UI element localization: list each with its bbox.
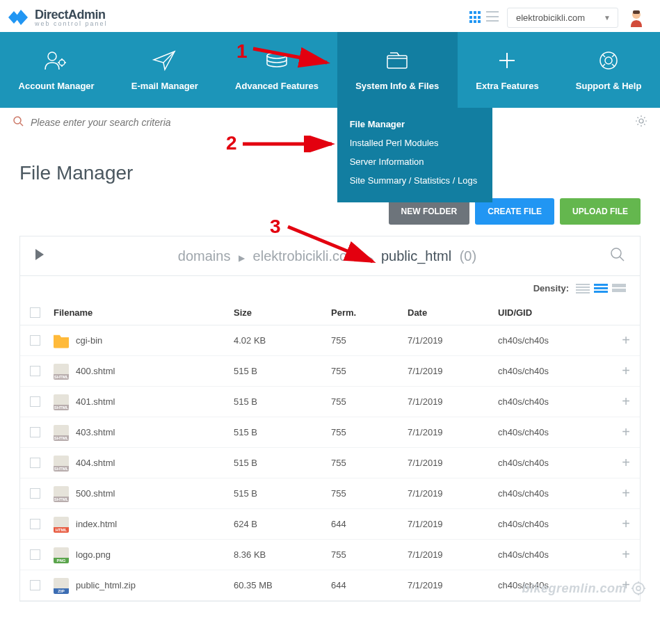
file-size: 515 B bbox=[234, 488, 331, 499]
top-bar: DirectAdmin web control panel elektrobic… bbox=[0, 0, 660, 32]
file-size: 624 B bbox=[234, 519, 331, 529]
table-body: cgi-bin4.02 KB7557/1/2019ch40s/ch40s+400… bbox=[20, 325, 640, 601]
file-name: 400.shtml bbox=[76, 366, 115, 376]
svg-point-14 bbox=[633, 583, 644, 594]
table-row[interactable]: cgi-bin4.02 KB7557/1/2019ch40s/ch40s+ bbox=[20, 325, 640, 356]
density-row: Density: bbox=[20, 275, 640, 300]
table-row[interactable]: 500.shtml515 B7557/1/2019ch40s/ch40s+ bbox=[20, 478, 640, 509]
search-input[interactable] bbox=[31, 117, 628, 128]
row-checkbox[interactable] bbox=[30, 488, 40, 499]
file-name: 403.shtml bbox=[76, 427, 115, 437]
play-icon[interactable] bbox=[34, 248, 45, 264]
svg-point-5 bbox=[59, 60, 65, 65]
logo-subtitle: web control panel bbox=[35, 21, 108, 27]
row-add-icon[interactable]: + bbox=[602, 455, 630, 471]
density-compact-icon[interactable] bbox=[576, 284, 590, 293]
list-view-icon[interactable] bbox=[486, 11, 499, 24]
density-normal-icon[interactable] bbox=[594, 284, 608, 293]
table-row[interactable]: 403.shtml515 B7557/1/2019ch40s/ch40s+ bbox=[20, 417, 640, 448]
settings-gear-icon[interactable] bbox=[635, 115, 647, 130]
select-all-checkbox[interactable] bbox=[30, 307, 40, 318]
col-header-perm[interactable]: Perm. bbox=[331, 307, 408, 318]
nav-system-info-files[interactable]: System Info & Files File Manager Install… bbox=[337, 32, 458, 108]
row-checkbox[interactable] bbox=[30, 458, 40, 468]
watermark: bikegremlin.com bbox=[522, 581, 646, 596]
nav-label: System Info & Files bbox=[344, 81, 451, 91]
svg-rect-7 bbox=[387, 56, 407, 68]
nav-advanced-features[interactable]: Advanced Features bbox=[217, 32, 337, 108]
file-name: 404.shtml bbox=[76, 458, 115, 468]
file-date: 7/1/2019 bbox=[408, 335, 498, 346]
breadcrumb-item[interactable]: elektrobicikli.com bbox=[253, 248, 359, 264]
breadcrumbs: domains ▶ elektrobicikli.com ▶ public_ht… bbox=[58, 248, 597, 264]
upload-file-button[interactable]: UPLOAD FILE bbox=[560, 198, 641, 225]
file-perm: 755 bbox=[331, 366, 408, 376]
file-size: 515 B bbox=[234, 396, 331, 407]
table-row[interactable]: 404.shtml515 B7557/1/2019ch40s/ch40s+ bbox=[20, 448, 640, 478]
nav-support-help[interactable]: Support & Help bbox=[557, 32, 660, 108]
density-icons bbox=[576, 284, 626, 293]
row-add-icon[interactable]: + bbox=[602, 485, 630, 501]
file-name: public_html.zip bbox=[76, 580, 136, 590]
page-title: File Manager bbox=[0, 137, 660, 197]
row-add-icon[interactable]: + bbox=[602, 363, 630, 379]
nav-dropdown: File Manager Installed Perl Modules Serv… bbox=[337, 108, 492, 202]
row-add-icon[interactable]: + bbox=[602, 516, 630, 532]
logo-title: DirectAdmin bbox=[35, 8, 108, 21]
density-comfy-icon[interactable] bbox=[612, 284, 626, 293]
domain-selector[interactable]: elektrobicikli.com bbox=[507, 8, 618, 28]
col-header-filename[interactable]: Filename bbox=[54, 307, 234, 318]
svg-point-15 bbox=[636, 586, 641, 590]
row-add-icon[interactable]: + bbox=[602, 394, 630, 410]
nav-account-manager[interactable]: Account Manager bbox=[0, 32, 113, 108]
col-header-uid[interactable]: UID/GID bbox=[498, 307, 602, 318]
row-checkbox[interactable] bbox=[30, 519, 40, 529]
row-add-icon[interactable]: + bbox=[602, 424, 630, 440]
user-avatar-icon[interactable] bbox=[627, 8, 646, 27]
dropdown-installed-perl[interactable]: Installed Perl Modules bbox=[337, 134, 492, 152]
breadcrumb-item[interactable]: domains bbox=[178, 248, 231, 264]
file-date: 7/1/2019 bbox=[408, 366, 498, 376]
row-checkbox[interactable] bbox=[30, 366, 40, 376]
email-manager-icon bbox=[120, 47, 209, 74]
folder-icon bbox=[54, 333, 69, 348]
row-checkbox[interactable] bbox=[30, 396, 40, 407]
table-row[interactable]: index.html624 B6447/1/2019ch40s/ch40s+ bbox=[20, 509, 640, 540]
dropdown-site-summary[interactable]: Site Summary / Statistics / Logs bbox=[337, 171, 492, 190]
file-icon bbox=[54, 486, 69, 501]
logo[interactable]: DirectAdmin web control panel bbox=[7, 7, 108, 28]
file-icon bbox=[54, 394, 69, 410]
file-uid: ch40s/ch40s bbox=[498, 458, 602, 468]
logo-text: DirectAdmin web control panel bbox=[35, 8, 108, 27]
dropdown-server-info[interactable]: Server Information bbox=[337, 152, 492, 171]
nav-label: Support & Help bbox=[564, 81, 653, 91]
dropdown-file-manager[interactable]: File Manager bbox=[337, 115, 492, 134]
nav-email-manager[interactable]: E-mail Manager bbox=[113, 32, 216, 108]
file-size: 515 B bbox=[234, 427, 331, 437]
row-add-icon[interactable]: + bbox=[602, 332, 630, 348]
col-header-size[interactable]: Size bbox=[234, 307, 331, 318]
row-checkbox[interactable] bbox=[30, 580, 40, 590]
nav-extra-features[interactable]: Extra Features bbox=[458, 32, 558, 108]
search-icon bbox=[13, 115, 24, 129]
file-name: 401.shtml bbox=[76, 396, 115, 407]
nav-label: E-mail Manager bbox=[120, 81, 209, 91]
file-icon bbox=[54, 456, 69, 471]
table-row[interactable]: 400.shtml515 B7557/1/2019ch40s/ch40s+ bbox=[20, 356, 640, 387]
row-checkbox[interactable] bbox=[30, 549, 40, 560]
advanced-features-icon bbox=[224, 47, 330, 74]
table-row[interactable]: 401.shtml515 B7557/1/2019ch40s/ch40s+ bbox=[20, 387, 640, 417]
row-add-icon[interactable]: + bbox=[602, 547, 630, 563]
row-checkbox[interactable] bbox=[30, 335, 40, 346]
topbar-right: elektrobicikli.com bbox=[469, 8, 646, 28]
file-size: 8.36 KB bbox=[234, 549, 331, 560]
col-header-date[interactable]: Date bbox=[408, 307, 498, 318]
nav-label: Advanced Features bbox=[224, 81, 330, 91]
grid-view-icon[interactable] bbox=[469, 11, 482, 24]
table-row[interactable]: logo.png8.36 KB7557/1/2019ch40s/ch40s+ bbox=[20, 540, 640, 570]
row-checkbox[interactable] bbox=[30, 427, 40, 437]
fm-search-icon[interactable] bbox=[609, 246, 626, 266]
file-date: 7/1/2019 bbox=[408, 580, 498, 590]
svg-point-10 bbox=[14, 117, 21, 124]
file-perm: 755 bbox=[331, 335, 408, 346]
